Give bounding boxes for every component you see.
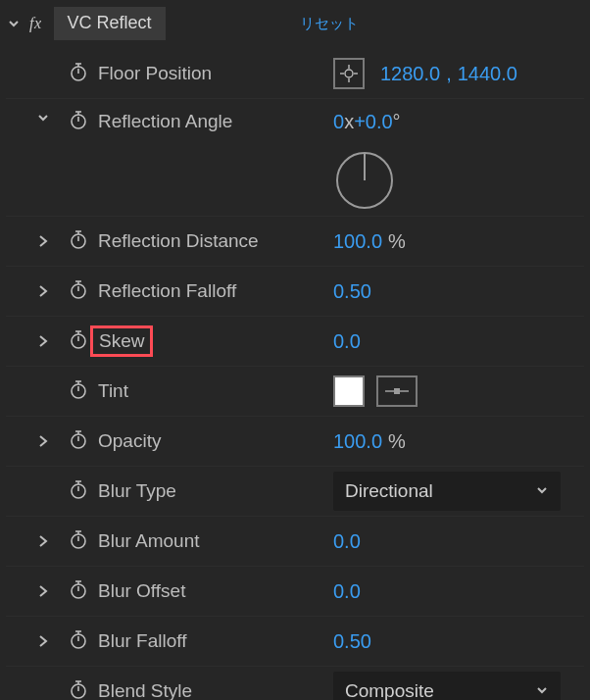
property-label: Opacity <box>98 430 161 452</box>
stopwatch-icon[interactable] <box>68 528 89 555</box>
percent-suffix: % <box>388 430 406 453</box>
stopwatch-icon[interactable] <box>68 678 89 701</box>
position-picker-icon[interactable] <box>333 58 365 89</box>
angle-revs-value[interactable]: 0 <box>333 111 344 132</box>
property-label: Reflection Distance <box>98 230 259 252</box>
twisty-collapsed-icon[interactable] <box>35 234 51 248</box>
property-label: Tint <box>98 380 128 402</box>
chevron-down-icon <box>535 680 549 700</box>
property-label: Blur Offset <box>98 580 185 602</box>
twisty-collapsed-icon[interactable] <box>35 634 51 648</box>
reset-link[interactable]: リセット <box>300 15 359 33</box>
stopwatch-icon[interactable] <box>68 61 89 87</box>
stopwatch-icon[interactable] <box>68 378 89 405</box>
row-blur-amount: Blur Amount 0.0 <box>6 517 584 567</box>
skew-value[interactable]: 0.0 <box>333 330 361 353</box>
stopwatch-icon[interactable] <box>68 109 89 135</box>
eyedropper-icon[interactable] <box>376 375 418 407</box>
stopwatch-icon[interactable] <box>68 328 89 355</box>
property-label-highlighted: Skew <box>90 325 153 357</box>
row-blur-type: Blur Type Directional <box>6 467 584 517</box>
fx-icon[interactable]: fx <box>29 15 42 32</box>
row-reflection-angle: Reflection Angle 0x+0.0° <box>6 99 584 217</box>
floor-x-value[interactable]: 1280.0 <box>380 63 440 85</box>
svg-rect-32 <box>394 388 400 394</box>
row-blur-falloff: Blur Falloff 0.50 <box>6 617 584 667</box>
row-blend-style: Blend Style Composite <box>6 667 584 700</box>
dropdown-value: Directional <box>345 480 433 502</box>
effect-controls-panel: fx VC Reflect リセット Floor Position 1280.0… <box>0 0 590 700</box>
twisty-expanded-icon[interactable] <box>35 111 51 125</box>
property-label: Blur Type <box>98 480 176 502</box>
property-label: Reflection Angle <box>98 111 232 132</box>
effect-name-tab[interactable]: VC Reflect <box>54 7 166 40</box>
angle-rotation-widget[interactable] <box>333 149 396 212</box>
stopwatch-icon[interactable] <box>68 228 89 255</box>
blur-amount-value[interactable]: 0.0 <box>333 530 361 553</box>
effect-header: fx VC Reflect リセット <box>6 6 584 41</box>
twisty-collapsed-icon[interactable] <box>35 434 51 448</box>
blend-style-dropdown[interactable]: Composite <box>333 672 561 700</box>
property-label: Reflection Falloff <box>98 280 236 302</box>
row-floor-position: Floor Position 1280.0,1440.0 <box>6 49 584 99</box>
stopwatch-icon[interactable] <box>68 478 89 505</box>
row-tint: Tint <box>6 367 584 417</box>
twisty-collapsed-icon[interactable] <box>35 584 51 598</box>
property-list: Floor Position 1280.0,1440.0 Reflection … <box>6 49 584 700</box>
tint-color-swatch[interactable] <box>333 375 365 407</box>
reflection-distance-value[interactable]: 100.0 <box>333 230 382 253</box>
svg-point-4 <box>345 70 353 77</box>
row-blur-offset: Blur Offset 0.0 <box>6 567 584 617</box>
angle-unit: ° <box>393 111 401 132</box>
stopwatch-icon[interactable] <box>68 628 89 655</box>
blur-falloff-value[interactable]: 0.50 <box>333 630 371 653</box>
row-skew: Skew 0.0 <box>6 317 584 367</box>
floor-y-value[interactable]: 1440.0 <box>458 63 517 85</box>
chevron-down-icon <box>535 480 549 502</box>
twisty-collapsed-icon[interactable] <box>35 534 51 548</box>
stopwatch-icon[interactable] <box>68 278 89 305</box>
property-label: Blend Style <box>98 680 192 700</box>
effect-collapse-chevron[interactable] <box>6 17 22 30</box>
angle-deg-value[interactable]: +0.0 <box>354 111 392 132</box>
row-opacity: Opacity 100.0% <box>6 417 584 467</box>
angle-sep: x <box>344 111 354 132</box>
reflection-falloff-value[interactable]: 0.50 <box>333 280 371 303</box>
row-reflection-distance: Reflection Distance 100.0% <box>6 217 584 267</box>
blur-type-dropdown[interactable]: Directional <box>333 472 561 511</box>
stopwatch-icon[interactable] <box>68 578 89 605</box>
opacity-value[interactable]: 100.0 <box>333 430 382 453</box>
twisty-collapsed-icon[interactable] <box>35 334 51 348</box>
blur-offset-value[interactable]: 0.0 <box>333 580 361 603</box>
twisty-collapsed-icon[interactable] <box>35 284 51 298</box>
stopwatch-icon[interactable] <box>68 428 89 455</box>
property-label: Blur Falloff <box>98 630 186 652</box>
dropdown-value: Composite <box>345 680 434 700</box>
property-label: Floor Position <box>98 63 212 84</box>
row-reflection-falloff: Reflection Falloff 0.50 <box>6 267 584 317</box>
property-label: Blur Amount <box>98 530 200 552</box>
percent-suffix: % <box>388 230 406 253</box>
